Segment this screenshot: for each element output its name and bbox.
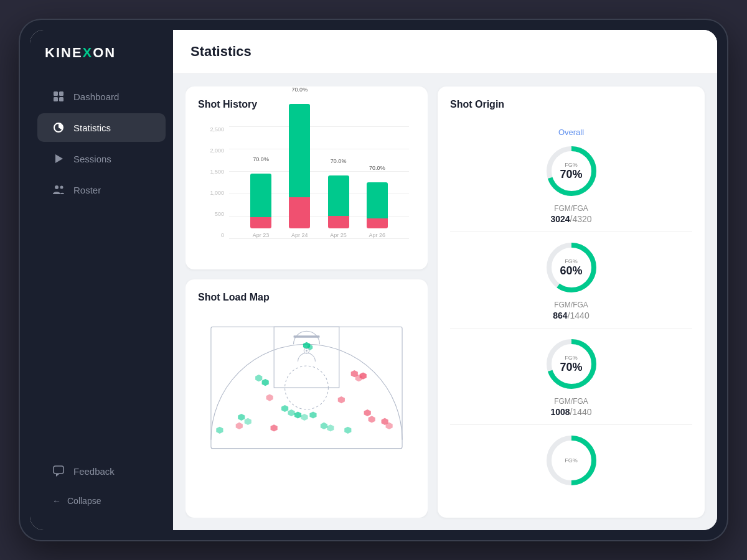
fg-label-4: FG% [565,457,578,464]
collapse-arrow-icon: ← [52,496,61,506]
chart-icon [52,121,65,134]
bar-group-apr26: 70.0% Apr 26 [367,182,388,238]
svg-marker-27 [288,409,294,416]
fg-label-2: FG% [560,258,582,264]
statistics-label: Statistics [73,123,111,133]
svg-marker-36 [266,394,273,401]
origin-section-overall: Overall FG% 70% FGM/FGA [450,120,692,232]
svg-marker-30 [309,411,316,418]
donut-chart-2: FG% 60% [543,240,599,296]
svg-marker-31 [321,422,327,429]
svg-marker-21 [238,414,245,421]
fgm-fga-label-2: FGM/FGA [554,301,588,309]
feedback-label: Feedback [73,466,115,477]
shot-history-card: Shot History 2,500 2,000 1,500 1,000 500… [186,86,428,269]
svg-marker-39 [344,427,351,434]
sessions-label: Sessions [73,154,111,164]
dashboard-label: Dashboard [73,91,119,102]
sidebar-item-sessions[interactable]: Sessions [37,144,166,173]
fg-pct-1: 70% [560,168,582,180]
fg-pct-2: 60% [560,264,582,277]
origin-section-4: FG% [450,425,692,501]
sidebar-item-roster[interactable]: Roster [37,175,166,204]
donut-chart-4: FG% [543,432,599,488]
grid-icon [52,90,65,103]
svg-marker-29 [301,414,308,421]
svg-rect-1 [59,91,63,96]
donut-center-1: FG% 70% [560,162,582,181]
fgm-fga-label-1: FGM/FGA [554,204,588,213]
svg-rect-8 [54,466,63,474]
sidebar: KINEXON Dashboard [30,30,173,530]
fgm-fga-label-3: FGM/FGA [554,397,588,406]
tablet-inner: KINEXON Dashboard [30,30,717,530]
svg-marker-26 [281,405,288,412]
fgm-fga-value-1: 3024/4320 [550,214,591,224]
fgm-fga-value-3: 1008/1440 [550,407,591,417]
svg-point-6 [55,185,59,189]
svg-marker-16 [255,375,262,381]
fg-pct-3: 70% [560,361,582,373]
page-header: Statistics [173,30,717,74]
svg-point-7 [60,186,63,189]
page-title: Statistics [190,44,700,60]
feedback-icon [52,465,65,477]
users-icon [52,184,65,196]
shot-origin-title: Shot Origin [450,99,692,110]
sidebar-item-statistics[interactable]: Statistics [37,113,166,142]
shot-origin-card: Shot Origin Overall FG% 70% [438,86,705,518]
origin-section-2: FG% 60% FGM/FGA 864/1440 [450,232,692,329]
fg-label-1: FG% [560,162,582,168]
svg-rect-0 [54,91,58,96]
bar-group-apr25: 70.0% Apr 25 [328,175,349,238]
sidebar-item-feedback[interactable]: Feedback [37,457,166,485]
roster-label: Roster [73,185,101,195]
svg-rect-3 [59,97,63,101]
collapse-label: Collapse [67,496,101,506]
fgm-fga-value-2: 864/1440 [553,310,589,320]
tablet-frame: KINEXON Dashboard [19,19,728,541]
bar-group-apr24: 70.0% Apr 24 [289,104,310,238]
collapse-button[interactable]: ← Collapse [37,488,166,514]
main-content: Statistics Shot History 2,500 2,000 1,5 [173,30,717,530]
svg-marker-28 [294,411,301,418]
left-column: Shot History 2,500 2,000 1,500 1,000 500… [186,86,428,518]
svg-marker-37 [338,396,345,403]
donut-center-3: FG% 70% [560,355,582,374]
svg-marker-38 [271,424,278,431]
svg-marker-32 [327,424,334,431]
donut-center-4: FG% [565,457,578,464]
svg-marker-25 [369,416,375,422]
svg-marker-5 [55,154,63,163]
origin-section-3: FG% 70% FGM/FGA 1008/1440 [450,329,692,425]
svg-marker-24 [364,409,371,416]
svg-marker-17 [262,379,269,386]
play-icon [52,152,65,165]
svg-rect-12 [294,335,320,337]
svg-marker-23 [236,422,243,429]
svg-marker-22 [245,418,251,425]
section-label-overall: Overall [558,128,584,137]
svg-marker-35 [216,427,223,434]
logo: KINEXON [30,45,173,81]
shot-load-map-card: Shot Load Map [186,279,428,518]
svg-rect-2 [54,97,58,101]
donut-center-2: FG% 60% [560,258,582,278]
bar-group-apr23: 70.0% Apr 23 [250,174,271,238]
fg-label-3: FG% [560,355,582,361]
basketball-court [198,313,415,462]
content-area: Shot History 2,500 2,000 1,500 1,000 500… [173,74,717,530]
court-svg [198,313,415,462]
donut-chart-1: FG% 70% [543,143,599,199]
shot-load-map-title: Shot Load Map [198,292,415,303]
donut-chart-3: FG% 70% [543,336,599,392]
svg-point-41 [306,350,308,352]
sidebar-item-dashboard[interactable]: Dashboard [37,82,166,111]
